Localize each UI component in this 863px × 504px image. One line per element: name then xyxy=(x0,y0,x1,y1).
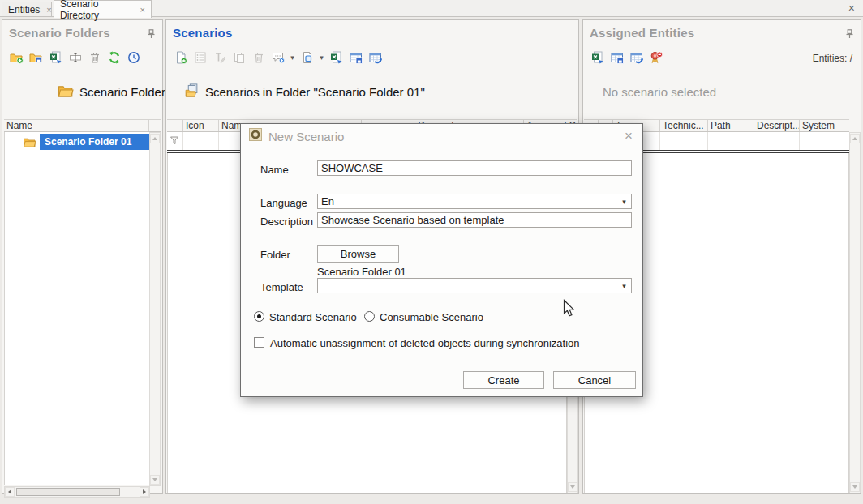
consumable-scenario-radio-label[interactable]: Consumable Scenario xyxy=(380,311,483,323)
entities-path-label: Entities: / xyxy=(813,53,852,64)
tab-entities-label: Entities xyxy=(8,4,40,15)
import-table-icon[interactable] xyxy=(367,49,384,66)
template-label: Template xyxy=(260,281,303,293)
name-label: Name xyxy=(260,164,289,176)
scenario-folders-heading: Scenario Folders xyxy=(58,83,171,100)
language-dropdown[interactable]: En ▾ xyxy=(317,194,632,209)
tree-row-scenario-folder-01[interactable]: Scenario Folder 01 xyxy=(5,134,149,150)
scroll-right-icon[interactable] xyxy=(140,487,149,497)
scroll-down-icon[interactable] xyxy=(850,482,860,492)
pin-icon[interactable] xyxy=(845,28,854,42)
dialog-close-icon[interactable]: × xyxy=(625,128,633,144)
scroll-left-icon[interactable] xyxy=(5,487,15,497)
filter-cell[interactable] xyxy=(754,132,800,150)
scrollbar-thumb[interactable] xyxy=(16,488,120,496)
scenario-folders-panel: Scenario Folders xyxy=(2,19,163,494)
tab-scenario-directory-label: Scenario Directory xyxy=(60,0,134,21)
scenarios-heading: Scenarios in Folder "Scenario Folder 01" xyxy=(184,83,425,100)
folders-grid-header: Name xyxy=(4,119,161,132)
export-excel-icon[interactable] xyxy=(328,49,345,66)
folders-tree-body: Scenario Folder 01 xyxy=(4,132,150,485)
filter-cell[interactable] xyxy=(660,132,708,150)
scenarios-heading-label: Scenarios in Folder "Scenario Folder 01" xyxy=(205,85,425,99)
assign-document-icon[interactable] xyxy=(298,49,316,66)
scroll-up-icon[interactable] xyxy=(850,134,860,143)
tab-scenario-directory[interactable]: Scenario Directory × xyxy=(54,0,152,18)
save-table-icon[interactable] xyxy=(347,49,364,66)
entities-vertical-scrollbar[interactable] xyxy=(849,132,861,493)
template-dropdown[interactable]: ▾ xyxy=(317,278,632,293)
chevron-down-icon[interactable]: ▾ xyxy=(620,198,628,206)
scenario-folders-heading-label: Scenario Folders xyxy=(79,85,171,99)
refresh-icon[interactable] xyxy=(105,49,122,66)
filter-cell[interactable] xyxy=(708,132,754,150)
language-label: Language xyxy=(260,197,307,209)
export-excel-icon[interactable] xyxy=(47,49,64,66)
column-header-system[interactable]: System xyxy=(800,120,844,131)
export-excel-icon[interactable] xyxy=(589,49,606,66)
save-folder-icon[interactable] xyxy=(28,49,45,66)
chevron-down-icon[interactable]: ▾ xyxy=(318,53,325,62)
filter-icon xyxy=(170,134,178,148)
scroll-down-icon[interactable] xyxy=(568,482,577,492)
column-header-spacer xyxy=(140,120,149,131)
standard-scenario-radio[interactable] xyxy=(254,311,264,322)
cancel-button[interactable]: Cancel xyxy=(553,371,636,389)
filter-cell[interactable] xyxy=(167,132,183,150)
assigned-entities-panel-title: Assigned Entities xyxy=(590,26,694,40)
column-header-path[interactable]: Path xyxy=(708,120,754,131)
description-field[interactable] xyxy=(317,212,632,228)
scroll-down-icon[interactable] xyxy=(150,475,160,485)
column-header-technical[interactable]: Technic... xyxy=(660,120,708,131)
column-header-spacer xyxy=(844,120,849,131)
close-icon[interactable]: × xyxy=(848,2,855,15)
save-table-icon[interactable] xyxy=(608,49,625,66)
add-folder-icon[interactable] xyxy=(8,49,25,66)
scroll-up-icon[interactable] xyxy=(150,134,160,143)
delete-icon[interactable] xyxy=(250,49,267,66)
column-header-icon[interactable]: Icon xyxy=(183,120,219,131)
scenarios-toolbar: ▾ ▾ xyxy=(172,49,384,66)
properties-icon[interactable] xyxy=(191,49,208,66)
folder-label: Folder xyxy=(260,249,290,261)
standard-scenario-radio-label[interactable]: Standard Scenario xyxy=(269,311,357,323)
description-label: Description xyxy=(260,216,313,228)
consumable-scenario-radio[interactable] xyxy=(364,311,375,322)
column-header-description[interactable]: Descript... xyxy=(754,120,800,131)
add-comment-icon[interactable] xyxy=(269,49,286,66)
tab-close-icon[interactable]: × xyxy=(140,5,145,15)
chevron-down-icon[interactable]: ▾ xyxy=(620,282,628,290)
column-header-name[interactable]: Name xyxy=(4,120,140,131)
folder-icon xyxy=(58,83,74,100)
copy-icon[interactable] xyxy=(230,49,247,66)
language-value: En xyxy=(321,195,334,207)
auto-unassign-checkbox-label[interactable]: Automatic unassignment of deleted object… xyxy=(270,337,580,349)
new-scenario-icon[interactable] xyxy=(172,49,189,66)
app-window: Entities × Scenario Directory × × Scenar… xyxy=(0,0,863,504)
tree-row-label[interactable]: Scenario Folder 01 xyxy=(40,134,149,150)
filter-cell[interactable] xyxy=(800,132,849,150)
filter-cell[interactable] xyxy=(183,132,219,150)
folder-icon xyxy=(23,136,36,148)
tab-close-icon[interactable]: × xyxy=(46,5,51,15)
folders-vertical-scrollbar[interactable] xyxy=(149,132,161,486)
check-date-icon[interactable] xyxy=(125,49,142,66)
auto-unassign-checkbox[interactable] xyxy=(254,337,264,348)
dialog-title: New Scenario xyxy=(268,130,344,143)
pin-icon[interactable] xyxy=(147,28,156,42)
browse-button[interactable]: Browse xyxy=(317,245,399,263)
rename-scenario-icon[interactable] xyxy=(211,49,228,66)
unassign-entity-icon[interactable] xyxy=(647,49,664,66)
delete-icon[interactable] xyxy=(86,49,103,66)
import-table-icon[interactable] xyxy=(628,49,645,66)
tab-entities[interactable]: Entities × xyxy=(2,2,52,17)
folders-horizontal-scrollbar[interactable] xyxy=(4,486,150,498)
selected-folder-value: Scenario Folder 01 xyxy=(317,266,406,278)
assigned-entities-toolbar xyxy=(589,49,664,66)
chevron-down-icon[interactable]: ▾ xyxy=(289,53,296,62)
create-button[interactable]: Create xyxy=(463,371,544,389)
name-field[interactable] xyxy=(317,160,632,176)
scenario-folders-panel-title: Scenario Folders xyxy=(9,26,110,40)
rename-icon[interactable] xyxy=(67,49,84,66)
dialog-title-bar[interactable]: New Scenario xyxy=(241,124,642,148)
